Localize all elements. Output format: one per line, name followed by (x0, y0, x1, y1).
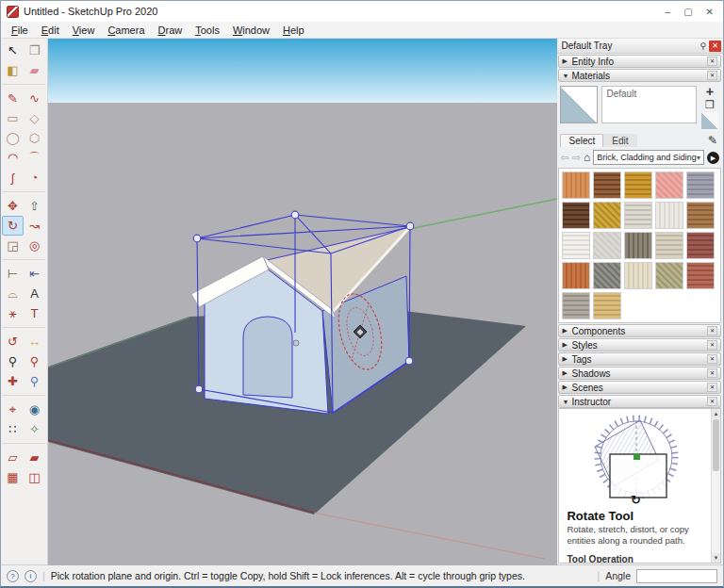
move-tool[interactable]: ✥ (2, 196, 24, 216)
material-swatch-maroon-siding[interactable] (686, 232, 715, 259)
material-swatch-white-painted-brick[interactable] (624, 202, 652, 229)
freehand-tool[interactable]: ∿ (24, 89, 45, 108)
maximize-button[interactable]: ▢ (683, 7, 692, 17)
default-material-swatch[interactable] (701, 112, 718, 129)
material-swatch-green-stone[interactable] (655, 262, 683, 289)
section-close-icon[interactable]: ✕ (707, 340, 717, 350)
zoom-extents-tool[interactable]: ✚ (2, 371, 24, 391)
house-door-arch[interactable] (243, 317, 292, 398)
material-swatch-light-gray-stucco[interactable] (593, 232, 621, 259)
material-swatch-rough-brick-brown[interactable] (593, 172, 621, 199)
walk-tool[interactable]: ∷ (2, 419, 24, 439)
section-shadows[interactable]: ▶Shadows✕ (558, 367, 721, 380)
section-materials[interactable]: ▼ Materials ✕ (558, 69, 721, 82)
material-swatch-red-rough-brick[interactable] (686, 262, 715, 289)
two-point-arc-tool[interactable]: ⌒ (24, 148, 45, 168)
material-name-field[interactable]: Default (601, 86, 697, 123)
viewport-3d[interactable] (48, 39, 556, 564)
geolocation-icon[interactable]: ? (7, 570, 19, 582)
orbit-tool[interactable]: ↺ (2, 332, 24, 351)
collection-dropdown[interactable]: Brick, Cladding and Siding ▾ (593, 150, 704, 165)
section-scenes[interactable]: ▶Scenes✕ (558, 381, 721, 394)
menu-help[interactable]: Help (276, 24, 311, 37)
display-section-planes-toggle[interactable]: ▱ (2, 448, 24, 467)
material-swatch-gray-wood-vertical[interactable] (624, 232, 652, 259)
measurement-input[interactable] (636, 569, 717, 583)
material-swatch-pale-plaster[interactable] (655, 202, 683, 229)
claim-info-icon[interactable]: i (25, 570, 37, 582)
minimize-button[interactable]: – (666, 7, 671, 17)
section-instructor[interactable]: ▼ Instructor ✕ (558, 395, 721, 408)
section-close-icon[interactable]: ✕ (707, 368, 717, 378)
material-swatch-gold-brick[interactable] (624, 172, 652, 199)
scale-tool[interactable]: ◲ (2, 236, 24, 255)
material-swatch-brown-wood-planks[interactable] (686, 202, 715, 229)
follow-me-tool[interactable]: ↝ (24, 216, 45, 236)
create-material-icon[interactable]: 🞥 (706, 86, 714, 97)
section-styles[interactable]: ▶Styles✕ (558, 338, 721, 351)
material-swatch-tan-brick[interactable] (655, 232, 683, 259)
material-swatch-tan-stone-block[interactable] (593, 292, 621, 319)
material-swatch-gray-stone[interactable] (593, 262, 621, 289)
protractor-tool[interactable]: ⌓ (2, 284, 24, 303)
forward-arrow-icon[interactable]: ⇨ (572, 152, 581, 164)
push-pull-tool[interactable]: ⇧ (24, 196, 45, 216)
menu-window[interactable]: Window (226, 24, 276, 37)
look-around-tool[interactable]: ◉ (24, 400, 45, 419)
section-close-icon[interactable]: ✕ (707, 57, 717, 66)
scrollbar-thumb[interactable] (713, 419, 719, 471)
back-arrow-icon[interactable]: ⇦ (560, 152, 568, 164)
rectangle-tool[interactable]: ▭ (2, 108, 24, 128)
select-tool[interactable]: ↖ (2, 41, 24, 60)
3d-text-tool[interactable]: T (24, 303, 45, 323)
menu-camera[interactable]: Camera (101, 24, 151, 37)
material-swatch-cream-siding-vertical[interactable] (624, 262, 652, 289)
section-close-icon[interactable]: ✕ (707, 397, 717, 406)
zoom-previous-tool[interactable]: ⚲ (24, 371, 45, 391)
display-section-cuts-toggle[interactable]: ▰ (24, 448, 45, 467)
make-component-tool[interactable]: ❐ (24, 41, 45, 60)
axes-tool[interactable]: ⚹ (2, 303, 24, 323)
material-swatch-gray-blue-brick[interactable] (686, 172, 715, 199)
sample-paint-icon[interactable]: ✎ (708, 134, 717, 147)
scroll-down-icon[interactable]: ▼ (712, 553, 720, 563)
scroll-up-icon[interactable]: ▲ (712, 409, 720, 418)
offset-tool[interactable]: ◎ (24, 236, 45, 255)
tab-edit[interactable]: Edit (603, 134, 636, 147)
menu-edit[interactable]: Edit (35, 24, 66, 37)
rotated-rectangle-tool[interactable]: ◇ (24, 108, 45, 128)
material-swatch-white-siding[interactable] (562, 232, 590, 259)
material-swatch-yellow-mosaic-tile[interactable] (593, 202, 621, 229)
menu-file[interactable]: File (5, 24, 35, 37)
eraser-tool[interactable]: ▰ (24, 60, 45, 80)
section-components[interactable]: ▶Components✕ (558, 324, 721, 337)
section-entity-info[interactable]: ▶ Entity Info ✕ (558, 55, 721, 68)
menu-tools[interactable]: Tools (189, 24, 226, 37)
tray-close-icon[interactable]: ✕ (709, 41, 721, 52)
section-tags[interactable]: ▶Tags✕ (558, 352, 721, 366)
close-button[interactable]: ✕ (706, 7, 714, 17)
in-model-icon[interactable]: ⌂ (584, 151, 590, 164)
set-default-material-icon[interactable]: ❒ (705, 99, 715, 110)
details-menu-icon[interactable]: ▶ (707, 152, 719, 164)
pin-icon[interactable]: ⚲ (699, 41, 706, 51)
tab-select[interactable]: Select (560, 134, 603, 147)
tape-measure-tool[interactable]: ⊢ (2, 264, 24, 284)
zoom-window-tool[interactable]: ⚲ (24, 351, 45, 371)
zoom-tool[interactable]: ⚲ (2, 351, 24, 371)
text-tool[interactable]: A (24, 284, 45, 303)
pie-tool[interactable]: ◔ (24, 168, 45, 188)
position-camera-tool[interactable]: ⌖ (2, 400, 24, 419)
rotate-tool[interactable]: ↻ (2, 216, 24, 236)
material-swatch-orange-vertical-siding[interactable] (562, 172, 590, 199)
circle-tool[interactable]: ◯ (2, 128, 24, 148)
three-point-arc-tool[interactable]: ʃ (2, 168, 24, 188)
paint-bucket-tool[interactable]: ◧ (2, 60, 24, 80)
material-swatch-gray-stone-block[interactable] (562, 292, 590, 319)
section-close-icon[interactable]: ✕ (707, 354, 717, 364)
section-close-icon[interactable]: ✕ (707, 326, 717, 335)
dimension-tool[interactable]: ⇤ (24, 264, 45, 284)
display-section-fill-toggle[interactable]: ▦ (2, 467, 24, 487)
x-ray-mode-toggle[interactable]: ◫ (24, 467, 45, 487)
material-swatch-terracotta-vertical[interactable] (562, 262, 590, 289)
